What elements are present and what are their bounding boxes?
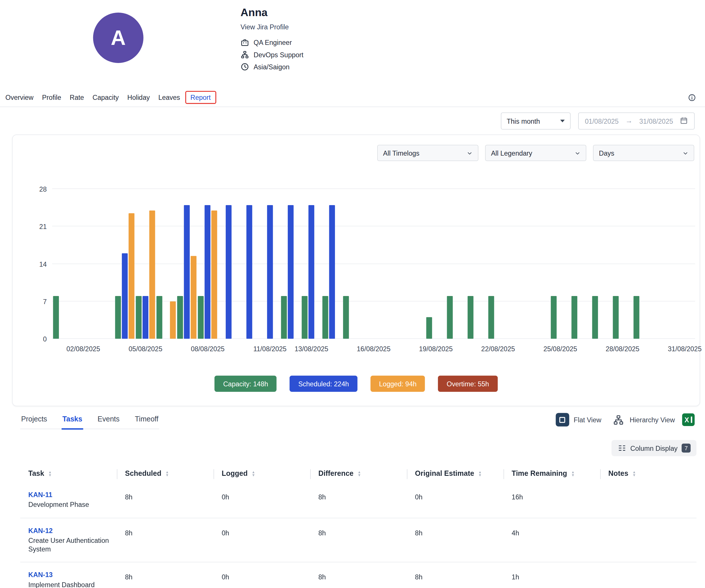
- sort-icon[interactable]: ▲▼: [48, 470, 52, 477]
- calendar-icon[interactable]: [680, 116, 688, 126]
- bar-capacity-day28: [613, 296, 619, 339]
- flat-view-label[interactable]: Flat View: [574, 416, 601, 424]
- task-summary: Development Phase: [29, 501, 109, 509]
- column-header-logged[interactable]: Logged▲▼: [214, 465, 310, 482]
- legendary-value: All Legendary: [491, 149, 532, 157]
- cell-time-remaining: 4h: [504, 518, 600, 562]
- x-axis-label-day2: 02/08/2025: [66, 345, 100, 353]
- profile-info: Anna View Jira Profile QA Engineer: [241, 6, 303, 71]
- nav-item-capacity[interactable]: Capacity: [93, 93, 119, 101]
- sort-icon[interactable]: ▲▼: [358, 470, 361, 477]
- date-to-input[interactable]: 31/08/2025: [640, 117, 673, 125]
- timezone-row: Asia/Saigon: [241, 62, 303, 71]
- task-summary: Create User Authentication System: [29, 537, 109, 553]
- bar-scheduled-day14: [329, 205, 335, 339]
- column-header-original-estimate[interactable]: Original Estimate▲▼: [407, 465, 504, 482]
- bar-logged-day8: [211, 210, 217, 338]
- period-select[interactable]: This month: [501, 112, 570, 129]
- nav-item-report[interactable]: Report: [190, 93, 210, 101]
- cell-scheduled: 8h: [117, 562, 214, 588]
- column-header-label: Time Remaining: [512, 470, 567, 478]
- legend-scheduled-button[interactable]: Scheduled: 224h: [290, 376, 358, 392]
- detail-tabs: ProjectsTasksEventsTimeoff: [20, 414, 159, 429]
- user-name: Anna: [241, 6, 303, 19]
- tab-timeoff[interactable]: Timeoff: [134, 414, 159, 429]
- sort-icon[interactable]: ▲▼: [632, 470, 636, 477]
- timelogs-value: All Timelogs: [383, 149, 419, 157]
- date-range-picker[interactable]: 01/08/2025 → 31/08/2025: [578, 112, 695, 129]
- chevron-down-icon: [575, 150, 580, 156]
- chart-filter-bar: All Timelogs All Legendary Days: [18, 145, 694, 161]
- column-header-notes[interactable]: Notes▲▼: [600, 465, 697, 482]
- bar-scheduled-day12: [288, 205, 293, 339]
- date-from-input[interactable]: 01/08/2025: [585, 117, 618, 125]
- tab-projects[interactable]: Projects: [20, 414, 48, 429]
- columns-icon: [617, 444, 626, 453]
- table-row-kan-11: KAN-11Development Phase8h0h8h0h16h: [20, 482, 696, 518]
- profile-meta: QA Engineer DevOps Support: [241, 38, 303, 71]
- bar-scheduled-day8: [205, 205, 210, 339]
- hierarchy-view-label[interactable]: Hierarchy View: [630, 416, 675, 424]
- legend-logged-button[interactable]: Logged: 94h: [371, 376, 425, 392]
- task-link[interactable]: KAN-12: [29, 527, 112, 535]
- bar-capacity-day1: [53, 296, 59, 339]
- column-header-time-remaining[interactable]: Time Remaining▲▼: [504, 465, 600, 482]
- report-page: A Anna View Jira Profile QA Engineer: [0, 0, 705, 588]
- y-axis-label-14: 14: [27, 260, 47, 268]
- cell-original-estimate: 0h: [407, 482, 504, 517]
- nav-item-leaves[interactable]: Leaves: [158, 93, 180, 101]
- sort-icon[interactable]: ▲▼: [251, 470, 255, 477]
- bar-capacity-day5: [136, 296, 141, 339]
- bar-logged-day6: [170, 301, 176, 338]
- x-axis-label-day28: 28/08/2025: [606, 345, 639, 353]
- nav-item-holiday[interactable]: Holiday: [127, 93, 150, 101]
- chevron-down-icon: [683, 150, 688, 156]
- timezone-label: Asia/Saigon: [253, 63, 289, 71]
- column-header-label: Notes: [608, 470, 628, 478]
- bar-capacity-day13: [301, 296, 308, 339]
- cell-logged: 0h: [214, 518, 310, 562]
- table-header: Task▲▼Scheduled▲▼Logged▲▼Difference▲▼Ori…: [20, 465, 696, 482]
- bar-capacity-day26: [571, 296, 577, 339]
- bar-scheduled-day4: [122, 253, 128, 339]
- info-icon[interactable]: [688, 93, 696, 101]
- legend-capacity-button[interactable]: Capacity: 148h: [215, 376, 277, 392]
- column-display-button[interactable]: Column Display 7: [612, 440, 697, 456]
- nav-item-rate[interactable]: Rate: [69, 93, 84, 101]
- legend-overtime-button[interactable]: Overtime: 55h: [438, 376, 498, 392]
- tab-events[interactable]: Events: [97, 414, 121, 429]
- granularity-value: Days: [599, 149, 614, 157]
- sort-icon[interactable]: ▲▼: [165, 470, 169, 477]
- nav-item-overview[interactable]: Overview: [5, 93, 34, 101]
- nav-item-profile[interactable]: Profile: [42, 93, 61, 101]
- task-summary: Implement Dashboard: [29, 581, 109, 588]
- column-header-difference[interactable]: Difference▲▼: [310, 465, 407, 482]
- task-link[interactable]: KAN-11: [29, 491, 112, 499]
- bar-capacity-day22: [488, 296, 494, 339]
- timelogs-select[interactable]: All Timelogs: [377, 145, 478, 161]
- briefcase-icon: [241, 38, 249, 47]
- column-header-scheduled[interactable]: Scheduled▲▼: [117, 465, 214, 482]
- x-axis-label-day8: 08/08/2025: [191, 345, 225, 353]
- y-axis-label-21: 21: [27, 223, 47, 230]
- bar-capacity-day7: [177, 296, 183, 339]
- table-body: KAN-11Development Phase8h0h8h0h16hKAN-12…: [20, 482, 696, 588]
- tab-tasks[interactable]: Tasks: [61, 414, 83, 429]
- view-jira-profile-link[interactable]: View Jira Profile: [241, 23, 303, 31]
- flat-view-icon[interactable]: [556, 413, 569, 426]
- sort-icon[interactable]: ▲▼: [478, 470, 482, 477]
- gridline-y21: [52, 226, 695, 226]
- active-tab-highlight: Report: [185, 91, 216, 104]
- bar-scheduled-day5: [143, 296, 148, 339]
- bar-logged-day4: [129, 213, 134, 338]
- bar-capacity-day15: [343, 296, 349, 339]
- hierarchy-view-icon[interactable]: [613, 414, 624, 425]
- sort-icon[interactable]: ▲▼: [571, 470, 574, 477]
- column-header-task[interactable]: Task▲▼: [20, 465, 117, 482]
- legendary-select[interactable]: All Legendary: [485, 145, 586, 161]
- task-link[interactable]: KAN-13: [29, 571, 112, 579]
- excel-export-icon[interactable]: X: [682, 413, 695, 426]
- detail-bar: ProjectsTasksEventsTimeoff Flat View Hie…: [0, 413, 705, 430]
- bar-logged-day7: [191, 256, 197, 338]
- granularity-select[interactable]: Days: [593, 145, 694, 161]
